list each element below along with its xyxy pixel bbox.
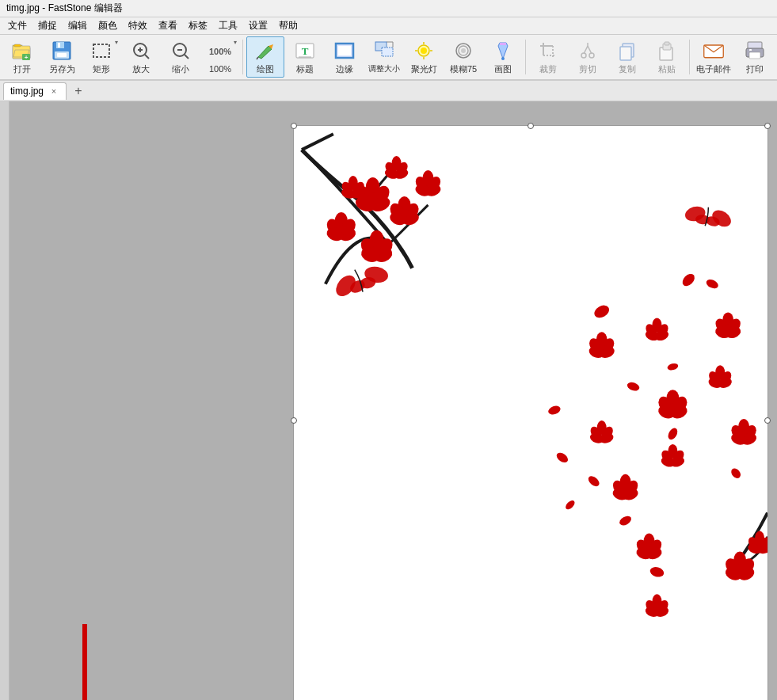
- svg-point-191: [547, 405, 562, 417]
- svg-point-39: [461, 48, 466, 53]
- svg-line-20: [257, 57, 258, 59]
- saveas-button[interactable]: 另存为: [43, 36, 81, 78]
- blur-button[interactable]: 模糊75: [444, 36, 482, 78]
- svg-text:+: +: [25, 54, 29, 61]
- blur-label: 模糊75: [450, 63, 477, 75]
- svg-point-190: [741, 431, 747, 437]
- paste-label: 粘贴: [658, 63, 676, 75]
- svg-point-179: [737, 565, 743, 571]
- svg-point-120: [599, 344, 605, 350]
- rect-icon: [90, 40, 112, 62]
- svg-point-137: [669, 403, 676, 409]
- svg-point-109: [680, 272, 697, 288]
- tab-label: timg.jpg: [10, 86, 44, 97]
- tab-add-button[interactable]: +: [70, 82, 87, 100]
- open-icon: +: [11, 40, 33, 62]
- svg-point-196: [729, 466, 743, 480]
- draw-icon: [254, 40, 276, 62]
- svg-line-15: [145, 55, 149, 59]
- email-icon: [703, 40, 725, 62]
- title-icon: T: [294, 40, 316, 62]
- toolbar: + 打开 另存为 矩形 ▾: [0, 35, 777, 81]
- menu-settings[interactable]: 设置: [244, 17, 272, 34]
- tab-timg[interactable]: timg.jpg ×: [3, 82, 67, 100]
- paint-button[interactable]: 画图: [484, 36, 522, 78]
- zoom-out-label: 缩小: [172, 63, 189, 75]
- email-button[interactable]: 电子邮件: [693, 36, 734, 78]
- paste-icon: [656, 40, 678, 62]
- menu-edit[interactable]: 编辑: [63, 17, 92, 34]
- cut-label: 剪切: [579, 63, 596, 75]
- svg-line-18: [185, 55, 189, 59]
- menu-tools[interactable]: 工具: [214, 17, 242, 34]
- copy-label: 复制: [619, 63, 636, 75]
- title-button[interactable]: T 标题: [286, 36, 324, 78]
- paint-label: 画图: [494, 63, 512, 75]
- draw-label: 绘图: [257, 63, 274, 75]
- zoom-pct-label: 100%: [209, 64, 231, 74]
- svg-point-111: [666, 427, 680, 442]
- title-label: 标题: [296, 63, 314, 75]
- open-button[interactable]: + 打开: [3, 36, 41, 78]
- zoom-in-button[interactable]: 放大: [122, 36, 160, 78]
- print-label: 打印: [746, 63, 764, 75]
- crop-icon: [537, 40, 559, 62]
- menu-help[interactable]: 帮助: [274, 17, 303, 34]
- svg-point-82: [401, 209, 409, 217]
- svg-point-153: [623, 486, 629, 493]
- scroll-left-indicator: [0, 101, 10, 700]
- resize-label: 调整大小: [368, 63, 400, 74]
- svg-point-110: [626, 381, 640, 393]
- menu-view[interactable]: 查看: [154, 17, 182, 34]
- svg-text:100%: 100%: [209, 47, 231, 56]
- border-button[interactable]: 边缘: [326, 36, 364, 78]
- cherry-blossom-image: [294, 126, 767, 700]
- menu-color[interactable]: 颜色: [93, 17, 122, 34]
- zoom-pct-icon: 100%: [209, 40, 231, 63]
- crop-button[interactable]: 裁剪: [529, 36, 567, 78]
- svg-point-192: [554, 451, 569, 464]
- svg-point-103: [373, 245, 381, 253]
- saveas-label: 另存为: [49, 63, 75, 75]
- menu-file[interactable]: 文件: [3, 17, 32, 34]
- rect-button[interactable]: 矩形 ▾: [82, 36, 120, 78]
- resize-icon: [373, 40, 395, 62]
- svg-point-70: [368, 192, 378, 202]
- copy-button[interactable]: 复制: [608, 36, 646, 78]
- menu-bar: 文件 捕捉 编辑 颜色 特效 查看 标签 工具 设置 帮助: [0, 17, 777, 35]
- svg-line-49: [588, 46, 592, 54]
- paint-icon: [492, 40, 514, 62]
- print-button[interactable]: 打印: [736, 36, 774, 78]
- image-canvas: [293, 125, 768, 700]
- zoom-out-button[interactable]: 缩小: [162, 36, 200, 78]
- svg-text:T: T: [302, 45, 309, 57]
- paste-button[interactable]: 粘贴: [648, 36, 686, 78]
- svg-point-112: [586, 474, 601, 489]
- cut-button[interactable]: 剪切: [569, 36, 607, 78]
- arrow-indicator: [65, 624, 128, 700]
- zoom-pct-button[interactable]: 100% 100% ▾: [201, 36, 239, 78]
- open-label: 打开: [13, 63, 31, 75]
- svg-rect-8: [58, 43, 60, 48]
- svg-point-131: [725, 324, 731, 330]
- menu-tag[interactable]: 标签: [184, 17, 212, 34]
- svg-point-113: [618, 514, 633, 527]
- svg-point-76: [337, 225, 345, 233]
- menu-capture[interactable]: 捕捉: [33, 17, 62, 34]
- print-icon: [744, 40, 766, 62]
- tab-close-button[interactable]: ×: [48, 86, 59, 97]
- spotlight-button[interactable]: 聚光灯: [405, 36, 443, 78]
- email-label: 电子邮件: [696, 63, 731, 75]
- svg-rect-27: [382, 48, 393, 56]
- menu-effects[interactable]: 特效: [124, 17, 152, 34]
- svg-rect-10: [57, 53, 67, 57]
- resize-button[interactable]: 调整大小: [365, 36, 403, 78]
- svg-rect-52: [620, 47, 631, 60]
- spotlight-label: 聚光灯: [411, 63, 437, 75]
- draw-button[interactable]: 绘图: [246, 36, 284, 78]
- svg-point-114: [649, 565, 665, 578]
- blur-icon: [452, 40, 474, 62]
- svg-point-169: [653, 604, 660, 611]
- svg-point-193: [564, 499, 577, 512]
- canvas-area: [0, 101, 777, 700]
